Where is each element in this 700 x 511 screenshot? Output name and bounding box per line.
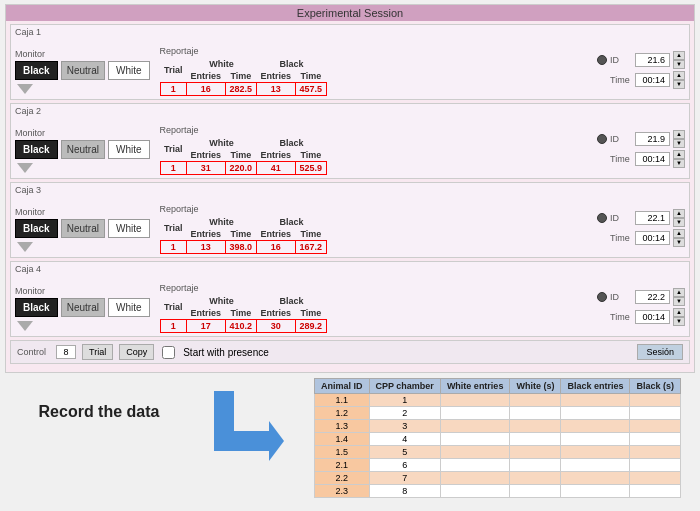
data-table-3: Trial White Black Entries Time Entries T… xyxy=(160,216,328,254)
time-spinner-3[interactable]: ▲▼ xyxy=(673,229,685,247)
caja-label-1: Caja 1 xyxy=(15,27,41,37)
black-button-4[interactable]: Black xyxy=(15,298,58,317)
arrow-down-2 xyxy=(17,163,33,173)
white-button-1[interactable]: White xyxy=(108,61,150,80)
main-container: Experimental Session Caja 1 Monitor Blac… xyxy=(0,4,700,511)
neutral-button-1[interactable]: Neutral xyxy=(61,61,105,80)
id-value-1: 21.6 xyxy=(635,53,670,67)
white-time-header-3: Time xyxy=(225,228,257,241)
neutral-button-4[interactable]: Neutral xyxy=(61,298,105,317)
black-s-cell xyxy=(630,407,681,420)
caja-row-2: Caja 2 Monitor Black Neutral White Repor… xyxy=(10,103,690,179)
id-label-4: ID xyxy=(610,292,632,302)
time-value-1: 00:14 xyxy=(635,73,670,87)
neutral-button-3[interactable]: Neutral xyxy=(61,219,105,238)
id-spinner-1[interactable]: ▲▼ xyxy=(673,51,685,69)
white-entries-cell xyxy=(440,407,510,420)
id-value-3: 22.1 xyxy=(635,211,670,225)
reportaje-label-3: Reportaje xyxy=(160,204,586,214)
black-button-3[interactable]: Black xyxy=(15,219,58,238)
data-row-2: 1 31 220.0 41 525.9 xyxy=(160,162,327,175)
black-entries-header-3: Entries xyxy=(257,228,296,241)
white-time-header-4: Time xyxy=(225,307,257,320)
animal-id-cell: 1.2 xyxy=(315,407,370,420)
led-dot-2 xyxy=(597,134,607,144)
bottom-section: Record the data Animal ID CPP chamber xyxy=(4,373,696,498)
start-presence-checkbox[interactable] xyxy=(162,346,175,359)
cpp-chamber-cell: 3 xyxy=(369,420,440,433)
white-entries-cell xyxy=(440,472,510,485)
record-text: Record the data xyxy=(39,403,160,421)
id-label-1: ID xyxy=(610,55,632,65)
black-header-4: Black xyxy=(257,295,327,307)
white-entries-val-4: 17 xyxy=(187,320,226,333)
id-spinner-3[interactable]: ▲▼ xyxy=(673,209,685,227)
cpp-chamber-cell: 5 xyxy=(369,446,440,459)
white-time-header-1: Time xyxy=(225,70,257,83)
time-spinner-2[interactable]: ▲▼ xyxy=(673,150,685,168)
white-button-2[interactable]: White xyxy=(108,140,150,159)
white-s-cell xyxy=(510,446,561,459)
svg-marker-2 xyxy=(269,421,284,461)
white-entries-val-3: 13 xyxy=(187,241,226,254)
white-s-cell xyxy=(510,459,561,472)
time-spinner-1[interactable]: ▲▼ xyxy=(673,71,685,89)
white-entries-val-2: 31 xyxy=(187,162,226,175)
data-table-2: Trial White Black Entries Time Entries T… xyxy=(160,137,328,175)
black-header-2: Black xyxy=(257,137,327,149)
black-time-val-1: 457.5 xyxy=(295,83,327,96)
black-entries-cell xyxy=(561,420,630,433)
monitor-label-1: Monitor xyxy=(15,49,150,59)
control-bar: Control Trial Copy Start with presence S… xyxy=(10,340,690,364)
bottom-table-wrapper: Animal ID CPP chamber White entries Whit… xyxy=(314,378,681,498)
trial-number-input[interactable] xyxy=(56,345,76,359)
black-s-cell xyxy=(630,420,681,433)
white-entries-cell xyxy=(440,420,510,433)
white-header-4: White xyxy=(187,295,257,307)
bottom-data-table: Animal ID CPP chamber White entries Whit… xyxy=(314,378,681,498)
white-header-1: White xyxy=(187,58,257,70)
white-s-cell xyxy=(510,394,561,407)
led-dot-1 xyxy=(597,55,607,65)
black-header-1: Black xyxy=(257,58,327,70)
white-header-2: White xyxy=(187,137,257,149)
black-button-1[interactable]: Black xyxy=(15,61,58,80)
exp-title: Experimental Session xyxy=(6,5,694,21)
black-s-cell xyxy=(630,433,681,446)
trial-button[interactable]: Trial xyxy=(82,344,113,360)
caja-row-1: Caja 1 Monitor Black Neutral White Repor… xyxy=(10,24,690,100)
sesion-button[interactable]: Sesión xyxy=(637,344,683,360)
white-time-val-2: 220.0 xyxy=(225,162,257,175)
reportaje-label-2: Reportaje xyxy=(160,125,586,135)
col-black-s: Black (s) xyxy=(630,379,681,394)
copy-button[interactable]: Copy xyxy=(119,344,154,360)
time-value-3: 00:14 xyxy=(635,231,670,245)
svg-rect-1 xyxy=(214,431,269,451)
id-spinner-4[interactable]: ▲▼ xyxy=(673,288,685,306)
animal-id-cell: 1.5 xyxy=(315,446,370,459)
animal-id-cell: 2.2 xyxy=(315,472,370,485)
black-s-cell xyxy=(630,459,681,472)
black-entries-cell xyxy=(561,472,630,485)
bottom-table-row: 2.2 7 xyxy=(315,472,681,485)
data-row-3: 1 13 398.0 16 167.2 xyxy=(160,241,327,254)
trial-val-2: 1 xyxy=(160,162,187,175)
caja-label-2: Caja 2 xyxy=(15,106,41,116)
black-button-2[interactable]: Black xyxy=(15,140,58,159)
trial-val-4: 1 xyxy=(160,320,187,333)
neutral-button-2[interactable]: Neutral xyxy=(61,140,105,159)
caja-label-4: Caja 4 xyxy=(15,264,41,274)
id-spinner-2[interactable]: ▲▼ xyxy=(673,130,685,148)
black-entries-cell xyxy=(561,446,630,459)
bottom-table-row: 1.3 3 xyxy=(315,420,681,433)
monitor-label-4: Monitor xyxy=(15,286,150,296)
white-button-4[interactable]: White xyxy=(108,298,150,317)
black-time-header-3: Time xyxy=(295,228,327,241)
time-spinner-4[interactable]: ▲▼ xyxy=(673,308,685,326)
white-button-3[interactable]: White xyxy=(108,219,150,238)
white-time-header-2: Time xyxy=(225,149,257,162)
black-s-cell xyxy=(630,472,681,485)
col-white-s: White (s) xyxy=(510,379,561,394)
col-cpp-chamber: CPP chamber xyxy=(369,379,440,394)
monitor-label-3: Monitor xyxy=(15,207,150,217)
